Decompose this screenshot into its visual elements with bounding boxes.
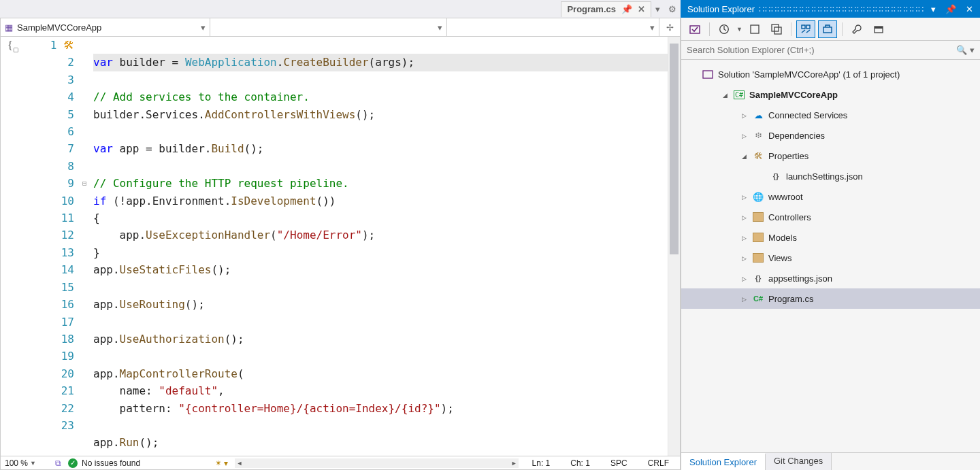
chevron-down-icon: ▾ bbox=[650, 22, 655, 33]
tree-node-views[interactable]: Views bbox=[681, 248, 980, 268]
zoom-level-combo[interactable]: 100 % ▼ bbox=[5, 458, 48, 468]
switch-views-icon[interactable] bbox=[715, 20, 734, 38]
expand-toggle-icon[interactable] bbox=[740, 132, 748, 139]
svg-rect-3 bbox=[772, 24, 779, 31]
no-issues-check-icon: ✓ bbox=[68, 458, 78, 468]
solution-icon bbox=[702, 68, 714, 80]
json-file-icon: {} bbox=[752, 272, 764, 284]
svg-rect-0 bbox=[690, 26, 700, 33]
show-all-files-icon[interactable] bbox=[796, 20, 815, 38]
tree-node-dependencies[interactable]: ፨ Dependencies bbox=[681, 125, 980, 146]
project-scope-combo[interactable]: ▦ SampleMVCCoreApp ▾ bbox=[1, 18, 210, 36]
health-indicator-icon[interactable]: ⧉ bbox=[55, 458, 61, 468]
home-icon[interactable] bbox=[685, 20, 704, 38]
wrench-folder-icon: 🛠 bbox=[752, 150, 764, 162]
document-tab-strip: Program.cs 📌 ✕ ▾ ⚙ Solution Explorer ∷∷∷… bbox=[0, 0, 980, 18]
solution-explorer-tree[interactable]: Solution 'SampleMVCCoreApp' (1 of 1 proj… bbox=[681, 60, 980, 452]
preview-selected-items-icon[interactable] bbox=[869, 20, 888, 38]
csharp-project-icon: C# bbox=[733, 88, 745, 101]
close-icon[interactable]: ✕ bbox=[638, 4, 645, 15]
tree-node-project[interactable]: C# SampleMVCCoreApp bbox=[681, 84, 980, 105]
close-panel-icon[interactable]: ✕ bbox=[963, 4, 976, 14]
properties-icon[interactable] bbox=[847, 20, 866, 38]
tree-node-connected-services[interactable]: ☁ Connected Services bbox=[681, 105, 980, 125]
expand-toggle-icon[interactable] bbox=[740, 193, 748, 201]
solution-explorer-titlebar[interactable]: Solution Explorer ∷∷∷∷∷∷∷∷∷∷∷∷∷∷∷∷∷∷∷∷∷∷… bbox=[681, 0, 980, 18]
expand-toggle-icon[interactable] bbox=[740, 295, 748, 303]
fold-toggle-icon[interactable]: ⊟ bbox=[82, 175, 93, 192]
expand-toggle-icon[interactable] bbox=[740, 152, 748, 160]
expand-toggle-icon[interactable] bbox=[721, 91, 729, 99]
collapse-all-icon[interactable] bbox=[818, 20, 837, 38]
expand-toggle-icon[interactable] bbox=[740, 254, 748, 262]
svg-rect-10 bbox=[703, 71, 713, 78]
json-file-icon: {} bbox=[770, 170, 782, 182]
expand-toggle-icon[interactable] bbox=[740, 234, 748, 241]
svg-rect-4 bbox=[774, 27, 781, 34]
vertical-scrollbar[interactable] bbox=[668, 37, 680, 456]
tree-node-controllers[interactable]: Controllers bbox=[681, 207, 980, 227]
csharp-file-icon: C# bbox=[752, 292, 764, 305]
folder-icon bbox=[752, 231, 764, 244]
tab-solution-explorer[interactable]: Solution Explorer bbox=[681, 453, 766, 470]
code-text-area[interactable]: var builder = WebApplication.CreateBuild… bbox=[93, 37, 668, 456]
intellicode-wand-icon[interactable]: ✴ ▾ bbox=[215, 458, 228, 468]
active-files-dropdown-icon[interactable]: ▾ bbox=[651, 4, 664, 14]
chevron-down-icon: ▼ bbox=[30, 460, 36, 467]
brace-outline-icon: {▢ bbox=[7, 39, 19, 53]
tree-node-solution[interactable]: Solution 'SampleMVCCoreApp' (1 of 1 proj… bbox=[681, 64, 980, 84]
line-number-gutter: 1 🛠 2 3 4 5 6 7 8 9 10 11 12 13 14 15 16… bbox=[42, 37, 82, 456]
solution-explorer-pane: ▼ 🔍 ▾ bbox=[681, 18, 980, 470]
solution-explorer-title: Solution Explorer bbox=[687, 4, 755, 14]
navigation-bar: ▦ SampleMVCCoreApp ▾ ▾ ▾ ✢ bbox=[1, 18, 680, 37]
line-indicator[interactable]: Ln: 1 bbox=[525, 458, 557, 468]
error-list-indicator[interactable]: ✓ No issues found bbox=[68, 458, 140, 468]
tree-node-properties[interactable]: 🛠 Properties bbox=[681, 146, 980, 166]
expand-toggle-icon[interactable] bbox=[740, 214, 748, 221]
solution-explorer-search[interactable]: 🔍 ▾ bbox=[681, 41, 980, 60]
window-position-dropdown-icon[interactable]: ▾ bbox=[928, 4, 938, 14]
connected-services-icon: ☁ bbox=[752, 109, 764, 121]
tree-node-launchsettings[interactable]: {} launchSettings.json bbox=[681, 166, 980, 186]
tab-git-changes[interactable]: Git Changes bbox=[766, 453, 832, 470]
document-tab-program-cs[interactable]: Program.cs 📌 ✕ bbox=[561, 1, 651, 17]
chevron-down-icon: ▾ bbox=[438, 22, 442, 33]
tree-node-program-cs[interactable]: C# Program.cs bbox=[681, 288, 980, 309]
folder-icon bbox=[752, 252, 764, 264]
tree-node-wwwroot[interactable]: 🌐 wwwroot bbox=[681, 186, 980, 207]
sync-with-active-document-icon[interactable] bbox=[767, 20, 786, 38]
csharp-project-icon: ▦ bbox=[5, 22, 13, 33]
expand-toggle-icon[interactable] bbox=[740, 112, 748, 119]
pin-icon[interactable]: 📌 bbox=[621, 4, 632, 14]
tree-node-appsettings[interactable]: {} appsettings.json bbox=[681, 268, 980, 288]
vertical-scrollbar-thumb[interactable] bbox=[670, 44, 679, 254]
editor-status-bar: 100 % ▼ ⧉ ✓ No issues found ✴ ▾ Ln: 1 Ch… bbox=[1, 456, 680, 469]
char-indicator[interactable]: Ch: 1 bbox=[564, 458, 597, 468]
svg-rect-6 bbox=[806, 25, 810, 29]
svg-rect-2 bbox=[751, 25, 759, 33]
expand-toggle-icon[interactable] bbox=[740, 275, 748, 282]
solution-explorer-toolbar: ▼ bbox=[681, 18, 980, 41]
indent-mode-indicator[interactable]: SPC bbox=[604, 458, 634, 468]
svg-rect-5 bbox=[802, 25, 805, 29]
globe-icon: 🌐 bbox=[752, 190, 764, 203]
horizontal-scrollbar[interactable] bbox=[235, 458, 518, 468]
split-editor-icon[interactable]: ✢ bbox=[659, 18, 680, 36]
tree-node-models[interactable]: Models bbox=[681, 227, 980, 248]
type-scope-combo[interactable]: ▾ bbox=[210, 18, 447, 36]
svg-rect-9 bbox=[875, 27, 883, 29]
member-scope-combo[interactable]: ▾ bbox=[447, 18, 659, 36]
chevron-down-icon: ▾ bbox=[201, 22, 206, 33]
pending-changes-filter-icon[interactable] bbox=[745, 20, 764, 38]
search-input[interactable] bbox=[687, 45, 952, 55]
code-folding-column[interactable]: ⊟ bbox=[82, 37, 93, 456]
document-tab-label: Program.cs bbox=[567, 4, 616, 14]
auto-hide-pin-icon[interactable]: 📌 bbox=[943, 4, 959, 14]
quick-action-wrench-icon[interactable]: 🛠 bbox=[56, 39, 74, 52]
code-editor-pane: ▦ SampleMVCCoreApp ▾ ▾ ▾ ✢ {▢ 1 🛠 2 3 4 bbox=[0, 18, 681, 470]
search-icon[interactable]: 🔍 ▾ bbox=[952, 45, 975, 55]
line-ending-indicator[interactable]: CRLF bbox=[641, 458, 676, 468]
dependencies-icon: ፨ bbox=[752, 129, 764, 141]
tab-settings-gear-icon[interactable]: ⚙ bbox=[664, 4, 681, 14]
solution-explorer-bottom-tabs: Solution Explorer Git Changes bbox=[681, 452, 980, 470]
